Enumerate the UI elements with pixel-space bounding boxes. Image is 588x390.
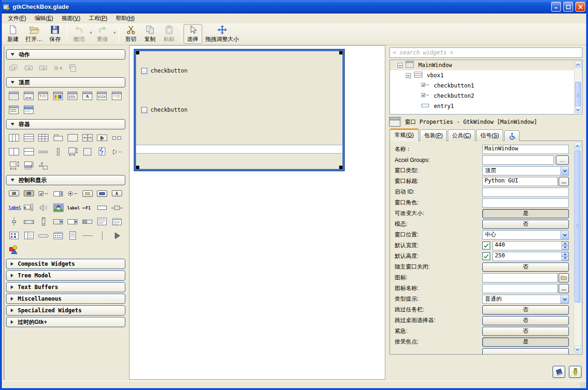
palette-progress-bar-icon[interactable] [110, 202, 125, 213]
palette-list-icon[interactable] [66, 230, 81, 241]
design-window-mainwindow[interactable]: checkbutton checkbutton [134, 49, 344, 171]
prop-toggle-resizable[interactable]: 是 [482, 209, 569, 218]
palette-section-specialized[interactable]: Specialized Widgets [6, 305, 125, 316]
prop-toggle-partial_row[interactable] [482, 348, 569, 355]
scroll-down-icon[interactable] [575, 106, 581, 113]
resize-handle[interactable] [136, 51, 139, 54]
chevron-down-icon[interactable] [561, 295, 568, 303]
cut-button[interactable]: 剪切 [122, 24, 140, 44]
resize-handle[interactable] [339, 51, 342, 54]
palette-image-icon[interactable] [51, 202, 66, 213]
prop-input-icon[interactable] [482, 273, 558, 282]
prop-icon-browse-button[interactable] [559, 273, 569, 282]
palette-color-selection-dialog-icon[interactable] [51, 90, 66, 101]
palette-hseparator-icon[interactable] [36, 230, 51, 241]
palette-window-icon[interactable] [7, 90, 22, 101]
palette-tree-view-icon[interactable] [110, 216, 125, 227]
menu-project[interactable]: 工程(P) [84, 13, 111, 23]
palette-fixed-icon[interactable] [81, 132, 96, 143]
spin-up-icon[interactable] [561, 242, 568, 246]
palette-section-containers[interactable]: 容器 [6, 119, 125, 129]
palette-toggle-button-icon[interactable]: ON [22, 188, 37, 199]
edit-brush-button[interactable] [569, 366, 581, 378]
resize-handle[interactable] [136, 166, 139, 169]
copy-button[interactable]: 复制 [141, 24, 159, 44]
spin-down-icon[interactable] [561, 246, 568, 250]
palette-action-icon[interactable]: A [22, 62, 37, 74]
prop-input-default_width[interactable]: 440 [492, 241, 569, 250]
palette-section-composite[interactable]: Composite Widgets [6, 259, 125, 269]
palette-section-deprecated[interactable]: 过时的Gtk+ [6, 317, 125, 327]
palette-combo-box-entry-icon[interactable] [66, 216, 81, 227]
palette-hline-icon[interactable] [81, 230, 96, 241]
prop-dropdown-type_hint[interactable]: 普通的 [482, 295, 569, 304]
palette-hbox-icon[interactable] [7, 132, 22, 143]
palette-combo-box-icon[interactable] [51, 216, 66, 227]
palette-expander-icon[interactable] [95, 146, 110, 157]
palette-section-control-display[interactable]: 控制和显示 [6, 175, 125, 185]
prop-window_title-edit-button[interactable]: ... [559, 177, 569, 186]
chevron-down-icon[interactable] [561, 231, 568, 239]
prop-dropdown-window_position[interactable]: 中心 [482, 230, 569, 240]
prop-input-name[interactable]: MainWindow [482, 145, 569, 154]
palette-vbox-icon[interactable] [22, 132, 37, 143]
palette-action-group-icon[interactable]: A [7, 62, 22, 74]
tree-expander-icon[interactable] [397, 63, 403, 68]
prop-dropdown-window_type[interactable]: 顶层 [482, 166, 569, 175]
palette-link-button-icon[interactable]: label [7, 202, 22, 213]
redo-button[interactable]: 重做 [93, 24, 112, 44]
tree-item-checkbutton1[interactable]: checkbutton1 [390, 81, 582, 91]
scrollbar-thumb[interactable] [575, 82, 581, 109]
palette-check-button-icon[interactable] [36, 188, 51, 199]
undo-button[interactable]: 撤消 [69, 24, 88, 44]
palette-calendar-icon[interactable] [51, 230, 66, 241]
palette-vscale-icon[interactable] [7, 216, 22, 227]
open-button[interactable]: 打开… [23, 24, 45, 44]
palette-toolbar-icon[interactable] [22, 160, 37, 171]
palette-assistant-icon[interactable] [22, 104, 37, 115]
palette-hbutton-box-icon[interactable] [36, 146, 51, 157]
palette-alignment-icon[interactable] [36, 160, 51, 171]
menu-view[interactable]: 视图(V) [57, 13, 84, 23]
drag-resize-button[interactable]: 拖拽调整大小 [203, 24, 242, 44]
prop-default_height-spinner[interactable] [561, 252, 568, 261]
menu-file[interactable]: 文件(F) [4, 13, 30, 23]
tree-item-entry1[interactable]: entry1 [390, 101, 582, 111]
prop-default_height-checkbox[interactable] [482, 252, 490, 260]
palette-section-misc[interactable]: Miscellaneous [6, 294, 125, 304]
palette-input-dialog-icon[interactable] [95, 90, 110, 101]
prop-default_width-checkbox[interactable] [482, 242, 490, 249]
palette-radio-action-icon[interactable]: A [51, 62, 66, 74]
palette-frame-icon[interactable] [66, 132, 81, 143]
palette-about-dialog-icon[interactable] [110, 90, 125, 101]
maximize-button[interactable] [563, 2, 573, 12]
tree-item-vbox1[interactable]: vbox1 [390, 70, 582, 81]
palette-spin-button-icon[interactable] [51, 188, 66, 199]
menu-help[interactable]: 帮助(H) [111, 13, 139, 23]
prop-input-window_role[interactable] [482, 198, 569, 208]
palette-icon-view-icon[interactable] [7, 230, 22, 241]
minimize-button[interactable] [551, 2, 561, 12]
palette-entry-icon[interactable] [95, 202, 110, 213]
tree-scrollbar[interactable] [574, 61, 581, 114]
palette-statusbar-icon[interactable] [81, 216, 96, 227]
palette-notebook-icon[interactable] [51, 132, 66, 143]
palette-accel-label-icon[interactable]: F1 [81, 202, 96, 213]
palette-layout-icon[interactable] [7, 160, 22, 171]
prop-toggle-skip_taskbar[interactable]: 否 [482, 305, 569, 315]
palette-custom-widget-icon[interactable] [7, 244, 22, 255]
palette-message-dialog-icon[interactable] [36, 90, 51, 101]
prop-input-window_title[interactable]: Python GUI [482, 177, 558, 186]
palette-vscrollbar-icon[interactable] [36, 216, 51, 227]
palette-text-view-icon[interactable] [95, 216, 110, 227]
spin-down-icon[interactable] [561, 256, 568, 261]
prop-input-startup_id[interactable] [482, 188, 569, 197]
palette-cell-view-icon[interactable] [22, 230, 37, 241]
palette-font-button-icon[interactable]: A [110, 188, 125, 199]
tree-item-mainwindow[interactable]: MainWindow [390, 60, 582, 70]
palette-vbutton-box-icon[interactable] [51, 146, 66, 157]
prop-toggle-destroy_with_parent[interactable]: 否 [482, 262, 569, 272]
palette-button-icon[interactable]: OK [7, 188, 22, 199]
tab-packing[interactable]: 包装(P) [420, 129, 447, 141]
close-button[interactable] [575, 2, 585, 12]
